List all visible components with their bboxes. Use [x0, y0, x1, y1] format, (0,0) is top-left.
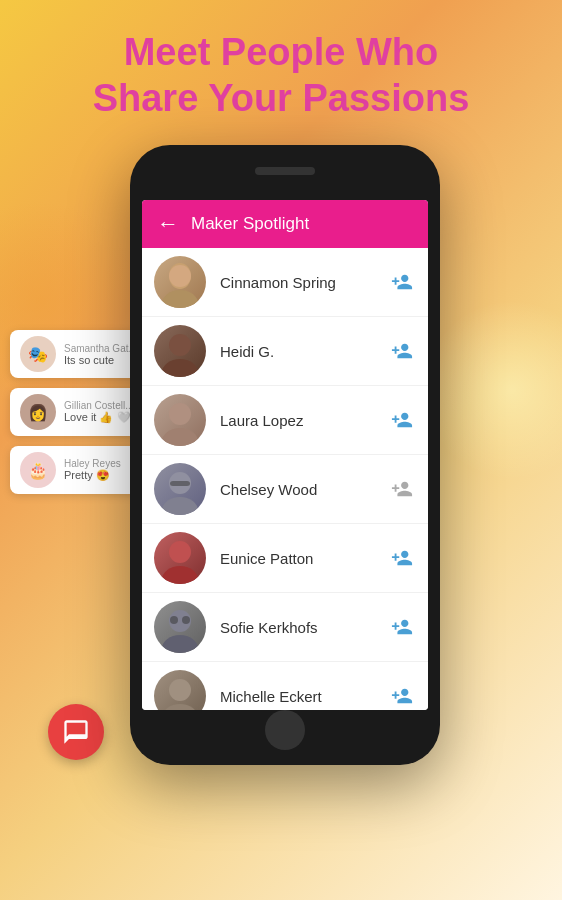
follow-button-1[interactable]	[388, 337, 416, 365]
person-row-1[interactable]: Heidi G.	[142, 317, 428, 386]
avatar-2	[154, 394, 206, 446]
svg-point-17	[162, 704, 198, 710]
svg-point-5	[169, 403, 191, 425]
person-name-5: Sofie Kerkhofs	[220, 619, 388, 636]
svg-point-11	[162, 566, 198, 584]
person-row-4[interactable]: Eunice Patton	[142, 524, 428, 593]
phone-home-button	[265, 710, 305, 750]
person-row-0[interactable]: Cinnamon Spring	[142, 248, 428, 317]
svg-point-14	[170, 616, 178, 624]
svg-point-3	[169, 334, 191, 356]
avatar-3	[154, 463, 206, 515]
person-name-3: Chelsey Wood	[220, 481, 388, 498]
avatar-0	[154, 256, 206, 308]
follow-add-button-3[interactable]	[388, 475, 416, 503]
person-name-6: Michelle Eckert	[220, 688, 388, 705]
follow-button-2[interactable]	[388, 406, 416, 434]
svg-point-2	[169, 265, 191, 287]
person-name-0: Cinnamon Spring	[220, 274, 388, 291]
app-topbar: ← Maker Spotlight	[142, 200, 428, 248]
people-list: Cinnamon Spring Heidi G.	[142, 248, 428, 710]
phone-device: ← Maker Spotlight Cinnamon Spring	[130, 145, 440, 765]
person-row-6[interactable]: Michelle Eckert	[142, 662, 428, 710]
avatar-5	[154, 601, 206, 653]
svg-point-15	[182, 616, 190, 624]
svg-point-10	[169, 541, 191, 563]
svg-point-6	[162, 428, 198, 446]
svg-point-8	[162, 497, 198, 515]
notif-avatar-2: 👩	[20, 394, 56, 430]
svg-point-1	[162, 290, 198, 308]
notif-avatar-1: 🎭	[20, 336, 56, 372]
person-row-2[interactable]: Laura Lopez	[142, 386, 428, 455]
avatar-6	[154, 670, 206, 710]
phone-speaker	[255, 167, 315, 175]
follow-button-6[interactable]	[388, 682, 416, 710]
svg-rect-9	[170, 481, 190, 486]
phone-screen: ← Maker Spotlight Cinnamon Spring	[142, 200, 428, 710]
avatar-1	[154, 325, 206, 377]
svg-point-13	[162, 635, 198, 653]
person-name-4: Eunice Patton	[220, 550, 388, 567]
person-row-5[interactable]: Sofie Kerkhofs	[142, 593, 428, 662]
follow-button-4[interactable]	[388, 544, 416, 572]
person-row-3[interactable]: Chelsey Wood	[142, 455, 428, 524]
svg-point-4	[162, 359, 198, 377]
chat-fab-button[interactable]	[48, 704, 104, 760]
person-name-2: Laura Lopez	[220, 412, 388, 429]
app-screen: ← Maker Spotlight Cinnamon Spring	[142, 200, 428, 710]
page-headline: Meet People Who Share Your Passions	[0, 20, 562, 131]
follow-button-0[interactable]	[388, 268, 416, 296]
chat-bubble-icon	[62, 718, 90, 746]
notif-avatar-3: 🎂	[20, 452, 56, 488]
bg-decoration-right	[422, 300, 562, 480]
topbar-title: Maker Spotlight	[191, 214, 309, 234]
person-name-1: Heidi G.	[220, 343, 388, 360]
svg-point-16	[169, 679, 191, 701]
avatar-4	[154, 532, 206, 584]
follow-button-5[interactable]	[388, 613, 416, 641]
back-button[interactable]: ←	[157, 211, 179, 237]
